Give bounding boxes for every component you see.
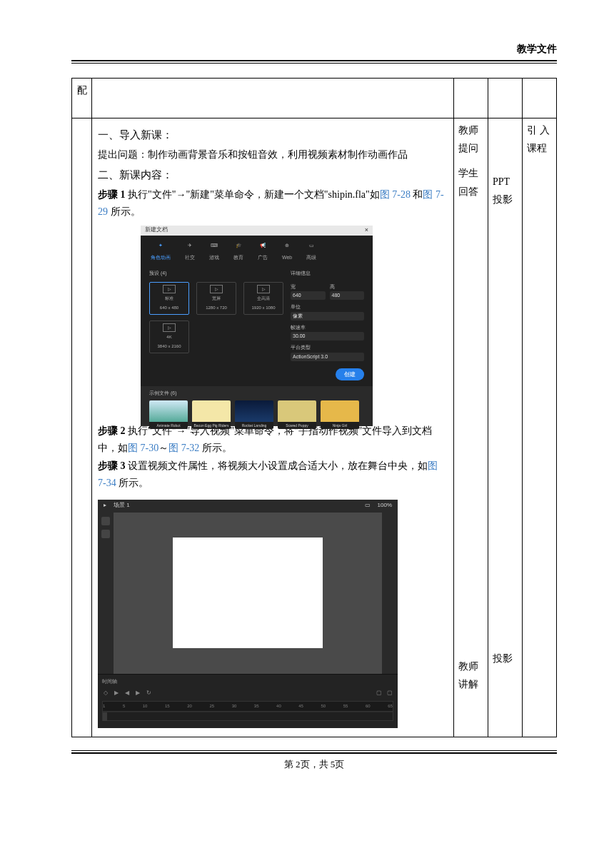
ruler-tick: 30 [232,702,237,710]
width-input[interactable]: 640 [291,291,326,300]
step2-label: 步骤 2 [98,425,126,436]
play-icon[interactable]: ▶ [113,688,120,698]
fps-input[interactable]: 30.00 [291,332,364,340]
step2-tilde: ～ [158,443,168,453]
stage-canvas [173,538,323,648]
platform-select[interactable]: ActionScript 3.0 [291,353,364,361]
step1-and: 和 [411,189,423,200]
screenshot-new-document-dialog: 新建文档 × ✦角色动画 ✈社交 ⌨游戏 🎓教育 📢广告 ⊕Web ▭高级 [141,226,373,418]
timeline-ruler: 1 5 10 15 20 25 30 35 40 45 [103,702,393,712]
onion-icon[interactable]: ▢ [376,688,383,698]
sample-name: Bacon Egg Pig Riders [192,422,231,429]
cell [454,79,488,118]
purpose-cell: 引 入 课程 [523,118,557,737]
paper-plane-icon: ✈ [185,241,195,251]
onion-icon[interactable]: ▢ [386,688,393,698]
preset-4k[interactable]: ▷4K3840 x 2160 [149,321,189,353]
tab-education[interactable]: 🎓教育 [233,241,243,263]
sample-thumb[interactable]: Animate Robot [149,400,188,429]
zoom-value[interactable]: 100% [378,500,392,510]
tab-web[interactable]: ⊕Web [282,241,292,263]
preset-standard[interactable]: ▷标准640 x 480 [149,282,189,315]
media-cell: PPT 投影 投影 [488,118,523,737]
sample-thumb[interactable]: Scared Puppy [278,400,316,429]
dialog-titlebar: 新建文档 × [141,226,373,236]
height-input[interactable]: 480 [330,291,365,300]
preset-widescreen[interactable]: ▷宽屏1280 x 720 [196,282,236,315]
stage-topbar: ▸ 场景 1 ▭ 100% [98,500,398,513]
samples-panel: 示例文件 (6) Animate Robot Bacon Egg Pig Rid… [141,386,373,426]
timeline-track[interactable]: 1 5 10 15 20 25 30 35 40 45 [102,701,393,721]
ruler-tick: 25 [209,702,214,710]
ruler-tick: 55 [343,702,348,710]
sample-thumb[interactable]: Ninja Girl [321,400,359,429]
tab-social[interactable]: ✈社交 [185,241,195,263]
left-toolbar [98,513,114,674]
section-body-1: 提出问题：制作动画背景音乐和按钮音效，利用视频素材制作动画作品 [98,146,448,164]
preset-size: 640 x 480 [160,304,178,312]
step-1: 步骤 1 执行"文件"→"新建"菜单命令，新建一个文档"shipin.fla"如… [98,186,448,221]
activity-cell: 教师 提问 学生 回答 教师 讲解 [454,118,488,737]
cell [523,79,557,118]
ruler-tick: 5 [123,702,125,710]
step1-label: 步骤 1 [98,189,126,200]
gamepad-icon: ⌨ [209,241,219,251]
lesson-table: 配 一、导入新课： 提出问题：制作动画背景音乐和按钮音效，利用视频素材制作动画作… [71,78,557,737]
step2-text-b: 所示。 [199,443,232,453]
tab-label: Web [282,253,292,263]
cell [488,79,523,118]
step1-text-b: 所示。 [108,206,141,217]
create-button[interactable]: 创建 [336,368,364,380]
projector-label: 投影 [493,650,518,667]
character-icon: ✦ [156,241,166,251]
header-rule [71,60,557,64]
tab-label: 社交 [185,253,195,263]
frame-fwd-icon[interactable]: ▶ [134,688,141,698]
table-row: 配 [72,79,557,118]
fps-label: 帧速率 [291,323,364,333]
tab-label: 游戏 [209,253,219,263]
tab-ads[interactable]: 📢广告 [258,241,268,263]
intro-label: 引 入 [527,121,552,139]
sample-thumb[interactable]: Rocket Landing [235,400,273,429]
row-label: 配 [72,79,92,118]
stage-area[interactable] [114,513,382,674]
tab-character-anim[interactable]: ✦角色动画 [151,241,171,263]
teacher-ask: 提问 [458,139,483,157]
keyframe-icon[interactable]: ◇ [102,688,109,698]
tab-label: 广告 [258,253,268,263]
step3-text-b: 所示。 [116,478,149,488]
right-toolbar [382,513,398,674]
sample-thumb[interactable]: Bacon Egg Pig Riders [192,400,231,429]
samples-label: 示例文件 (6) [149,389,364,398]
tab-label: 高级 [306,253,316,263]
section-title-2: 二、新课内容： [98,166,448,185]
fit-icon[interactable]: ▭ [365,500,371,510]
tab-label: 教育 [233,253,243,263]
tab-game[interactable]: ⌨游戏 [209,241,219,263]
preset-name: 宽屏 [212,295,221,303]
sample-name: Rocket Landing [235,422,273,429]
timeline-layer[interactable] [103,712,393,720]
ruler-tick: 20 [187,702,192,710]
close-icon[interactable]: × [365,224,368,236]
unit-select[interactable]: 像素 [291,312,364,321]
ruler-tick: 65 [388,702,393,710]
folder-icon: ▭ [306,241,316,251]
preset-name: 4K [166,333,171,341]
tool-icon[interactable] [101,530,110,538]
preset-fullhd[interactable]: ▷全高清1920 x 1080 [243,282,283,315]
tab-advanced[interactable]: ▭高级 [306,241,316,263]
platform-label: 平台类型 [291,343,364,353]
graduation-icon: 🎓 [233,241,243,251]
loop-icon[interactable]: ↻ [145,688,152,698]
details-panel: 详细信息 宽640 高480 单位 像素 帧速率 30.00 平台类型 [291,269,364,380]
presets-label: 预设 (4) [149,269,283,278]
tool-icon[interactable] [101,517,110,525]
home-icon[interactable]: ▸ [104,500,106,510]
preset-size: 3840 x 2160 [157,343,181,350]
ruler-tick: 40 [276,702,281,710]
frame-back-icon[interactable]: ◀ [124,688,131,698]
timeline-panel: 时间轴 ◇ ▶ ◀ ▶ ↻ ▢ ▢ [98,674,398,728]
step3-label: 步骤 3 [98,460,126,471]
